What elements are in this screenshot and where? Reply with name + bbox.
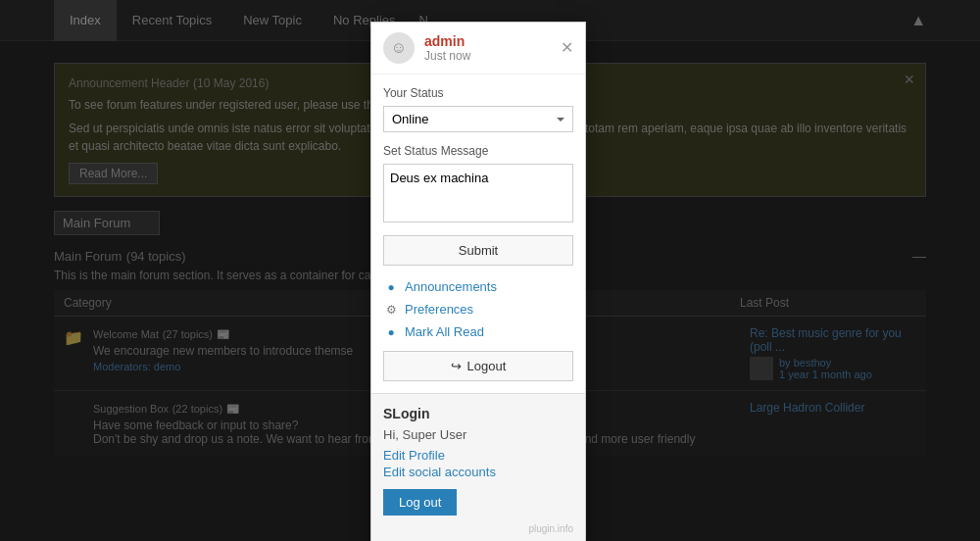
menu-items: ● Announcements ⚙ Preferences ● Mark All… bbox=[383, 275, 573, 343]
logout-icon: ↪ bbox=[451, 359, 462, 373]
slogin-logout-button[interactable]: Log out bbox=[383, 489, 457, 516]
logout-button[interactable]: ↪ Logout bbox=[383, 351, 573, 381]
announcements-icon: ● bbox=[383, 280, 399, 294]
slogin-greeting: Hi, Super User bbox=[383, 427, 573, 442]
modal-time: Just now bbox=[424, 49, 470, 63]
status-message-label: Set Status Message bbox=[383, 144, 573, 158]
slogin-section: SLogin Hi, Super User Edit Profile Edit … bbox=[371, 393, 585, 541]
status-message-textarea[interactable]: Deus ex machina bbox=[383, 164, 573, 222]
slogin-powered: plugin.info bbox=[383, 523, 573, 534]
user-avatar-icon: ☺ bbox=[391, 39, 407, 57]
status-label: Your Status bbox=[383, 86, 573, 100]
markread-icon: ● bbox=[383, 325, 399, 339]
submit-button[interactable]: Submit bbox=[383, 235, 573, 266]
menu-item-markread[interactable]: ● Mark All Read bbox=[383, 320, 573, 343]
menu-item-preferences[interactable]: ⚙ Preferences bbox=[383, 298, 573, 320]
modal-username: admin bbox=[424, 33, 470, 49]
edit-profile-link[interactable]: Edit Profile bbox=[383, 448, 573, 463]
modal-body: Your Status Online Away Busy Offline Set… bbox=[371, 74, 585, 393]
avatar: ☺ bbox=[383, 32, 415, 64]
edit-social-link[interactable]: Edit social accounts bbox=[383, 465, 573, 479]
status-select[interactable]: Online Away Busy Offline bbox=[383, 106, 573, 132]
modal-user-info: admin Just now bbox=[424, 33, 470, 63]
preferences-icon: ⚙ bbox=[383, 303, 399, 317]
slogin-title: SLogin bbox=[383, 406, 573, 421]
modal-header: ☺ admin Just now ✕ bbox=[371, 23, 585, 74]
modal-close-button[interactable]: ✕ bbox=[561, 40, 573, 56]
menu-item-announcements[interactable]: ● Announcements bbox=[383, 275, 573, 298]
user-modal: ☺ admin Just now ✕ Your Status Online Aw… bbox=[370, 22, 586, 541]
